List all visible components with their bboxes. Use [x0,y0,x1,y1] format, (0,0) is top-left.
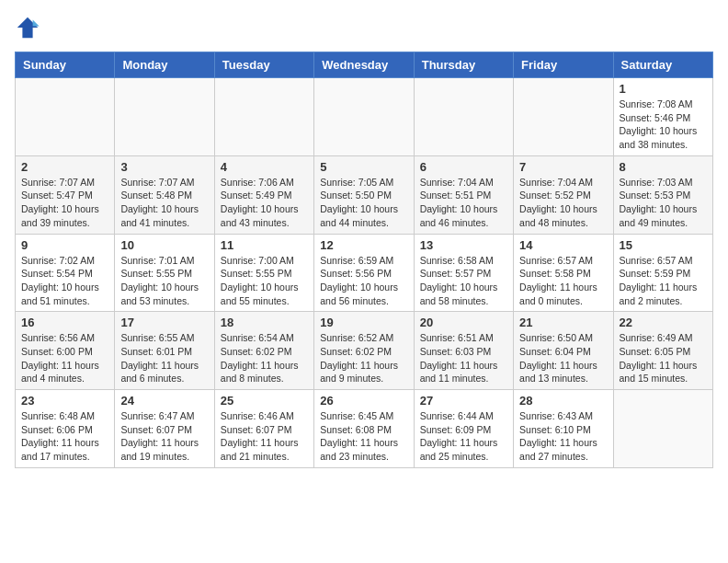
svg-marker-1 [33,20,40,27]
day-info: Sunrise: 7:01 AM Sunset: 5:55 PM Dayligh… [120,254,208,308]
calendar-header-saturday: Saturday [613,52,712,78]
day-info: Sunrise: 6:56 AM Sunset: 6:00 PM Dayligh… [21,331,108,385]
day-number: 5 [320,160,407,174]
day-info: Sunrise: 6:48 AM Sunset: 6:06 PM Dayligh… [21,409,108,464]
calendar-cell: 22Sunrise: 6:49 AM Sunset: 6:05 PM Dayli… [613,312,712,390]
calendar-cell: 24Sunrise: 6:47 AM Sunset: 6:07 PM Dayli… [115,390,214,468]
day-info: Sunrise: 7:04 AM Sunset: 5:52 PM Dayligh… [519,176,607,230]
calendar-cell: 23Sunrise: 6:48 AM Sunset: 6:06 PM Dayli… [16,390,115,468]
day-number: 13 [420,238,507,252]
calendar-week-row: 16Sunrise: 6:56 AM Sunset: 6:00 PM Dayli… [16,312,713,390]
day-info: Sunrise: 6:49 AM Sunset: 6:05 PM Dayligh… [620,331,707,385]
day-number: 17 [120,316,208,329]
day-number: 19 [320,316,407,329]
calendar-week-row: 23Sunrise: 6:48 AM Sunset: 6:06 PM Dayli… [16,390,713,468]
calendar-cell: 14Sunrise: 6:57 AM Sunset: 5:58 PM Dayli… [514,234,613,312]
day-info: Sunrise: 7:03 AM Sunset: 5:53 PM Dayligh… [620,176,707,230]
day-info: Sunrise: 6:55 AM Sunset: 6:01 PM Dayligh… [120,331,208,385]
calendar-cell [115,78,214,156]
day-info: Sunrise: 6:47 AM Sunset: 6:07 PM Dayligh… [120,409,208,464]
calendar-cell: 28Sunrise: 6:43 AM Sunset: 6:10 PM Dayli… [514,390,613,468]
calendar-header-thursday: Thursday [414,52,513,78]
day-number: 6 [420,160,507,174]
calendar-header-sunday: Sunday [16,52,115,78]
day-number: 2 [21,160,108,174]
calendar-cell: 18Sunrise: 6:54 AM Sunset: 6:02 PM Dayli… [214,312,313,390]
day-number: 26 [320,394,407,408]
day-number: 27 [420,394,507,408]
calendar-cell: 20Sunrise: 6:51 AM Sunset: 6:03 PM Dayli… [414,312,513,390]
day-number: 3 [120,160,208,174]
day-number: 24 [120,394,208,408]
day-info: Sunrise: 6:50 AM Sunset: 6:04 PM Dayligh… [519,331,607,385]
day-number: 1 [620,82,707,96]
day-number: 10 [120,238,208,252]
logo-icon [15,15,40,40]
day-info: Sunrise: 7:07 AM Sunset: 5:48 PM Dayligh… [120,176,208,230]
day-info: Sunrise: 6:57 AM Sunset: 5:59 PM Dayligh… [620,254,707,308]
day-number: 15 [620,238,707,252]
calendar-cell: 1Sunrise: 7:08 AM Sunset: 5:46 PM Daylig… [613,78,712,156]
calendar-cell [314,78,414,156]
day-number: 23 [21,394,108,408]
day-info: Sunrise: 6:52 AM Sunset: 6:02 PM Dayligh… [320,331,407,385]
logo [15,15,44,40]
calendar-cell: 4Sunrise: 7:06 AM Sunset: 5:49 PM Daylig… [214,155,313,234]
calendar-cell [414,78,513,156]
day-info: Sunrise: 6:43 AM Sunset: 6:10 PM Dayligh… [519,409,607,464]
calendar-cell: 7Sunrise: 7:04 AM Sunset: 5:52 PM Daylig… [514,155,613,234]
day-info: Sunrise: 7:05 AM Sunset: 5:50 PM Dayligh… [320,176,407,230]
calendar-week-row: 2Sunrise: 7:07 AM Sunset: 5:47 PM Daylig… [16,155,713,234]
day-number: 28 [519,394,607,408]
calendar-cell [613,390,712,468]
calendar-cell: 19Sunrise: 6:52 AM Sunset: 6:02 PM Dayli… [314,312,414,390]
day-info: Sunrise: 7:02 AM Sunset: 5:54 PM Dayligh… [21,254,108,308]
calendar-cell: 11Sunrise: 7:00 AM Sunset: 5:55 PM Dayli… [214,234,313,312]
calendar-cell: 10Sunrise: 7:01 AM Sunset: 5:55 PM Dayli… [115,234,214,312]
day-number: 16 [21,316,108,329]
day-number: 22 [620,316,707,329]
calendar-cell: 6Sunrise: 7:04 AM Sunset: 5:51 PM Daylig… [414,155,513,234]
day-number: 21 [519,316,607,329]
calendar-cell: 27Sunrise: 6:44 AM Sunset: 6:09 PM Dayli… [414,390,513,468]
day-number: 12 [320,238,407,252]
calendar-cell: 25Sunrise: 6:46 AM Sunset: 6:07 PM Dayli… [214,390,313,468]
calendar-cell: 3Sunrise: 7:07 AM Sunset: 5:48 PM Daylig… [115,155,214,234]
calendar-table: SundayMondayTuesdayWednesdayThursdayFrid… [15,52,713,468]
calendar-cell: 8Sunrise: 7:03 AM Sunset: 5:53 PM Daylig… [613,155,712,234]
calendar-cell: 5Sunrise: 7:05 AM Sunset: 5:50 PM Daylig… [314,155,414,234]
day-info: Sunrise: 6:46 AM Sunset: 6:07 PM Dayligh… [221,409,308,464]
calendar-week-row: 9Sunrise: 7:02 AM Sunset: 5:54 PM Daylig… [16,234,713,312]
day-number: 18 [221,316,308,329]
day-info: Sunrise: 7:06 AM Sunset: 5:49 PM Dayligh… [221,176,308,230]
calendar-header-friday: Friday [514,52,613,78]
calendar-header-wednesday: Wednesday [314,52,414,78]
calendar-cell [514,78,613,156]
day-info: Sunrise: 7:08 AM Sunset: 5:46 PM Dayligh… [620,98,707,152]
day-number: 9 [21,238,108,252]
day-number: 14 [519,238,607,252]
day-number: 8 [620,160,707,174]
day-info: Sunrise: 6:45 AM Sunset: 6:08 PM Dayligh… [320,409,407,464]
day-info: Sunrise: 7:00 AM Sunset: 5:55 PM Dayligh… [221,254,308,308]
calendar-week-row: 1Sunrise: 7:08 AM Sunset: 5:46 PM Daylig… [16,78,713,156]
calendar-cell: 9Sunrise: 7:02 AM Sunset: 5:54 PM Daylig… [16,234,115,312]
day-number: 11 [221,238,308,252]
day-number: 4 [221,160,308,174]
calendar-cell: 15Sunrise: 6:57 AM Sunset: 5:59 PM Dayli… [613,234,712,312]
day-number: 20 [420,316,507,329]
svg-marker-0 [17,17,38,38]
calendar-cell: 13Sunrise: 6:58 AM Sunset: 5:57 PM Dayli… [414,234,513,312]
calendar-header-tuesday: Tuesday [214,52,313,78]
day-info: Sunrise: 6:51 AM Sunset: 6:03 PM Dayligh… [420,331,507,385]
calendar-cell: 16Sunrise: 6:56 AM Sunset: 6:00 PM Dayli… [16,312,115,390]
calendar-cell: 2Sunrise: 7:07 AM Sunset: 5:47 PM Daylig… [16,155,115,234]
day-info: Sunrise: 7:07 AM Sunset: 5:47 PM Dayligh… [21,176,108,230]
calendar-cell [214,78,313,156]
calendar-header-row: SundayMondayTuesdayWednesdayThursdayFrid… [16,52,713,78]
day-number: 7 [519,160,607,174]
day-info: Sunrise: 7:04 AM Sunset: 5:51 PM Dayligh… [420,176,507,230]
day-number: 25 [221,394,308,408]
page-header [15,15,713,40]
day-info: Sunrise: 6:59 AM Sunset: 5:56 PM Dayligh… [320,254,407,308]
